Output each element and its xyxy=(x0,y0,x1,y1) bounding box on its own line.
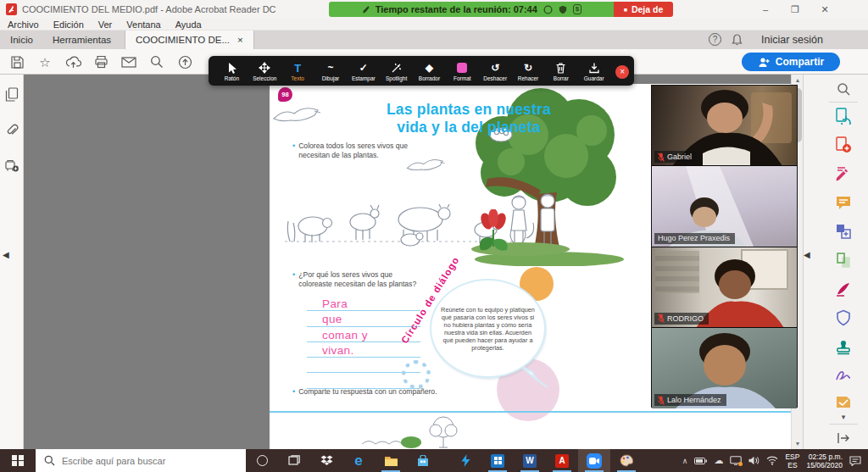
shield-icon[interactable] xyxy=(559,5,567,14)
word-icon: W xyxy=(523,454,537,468)
certificates-icon[interactable] xyxy=(834,366,853,385)
protect-shield-icon[interactable] xyxy=(834,308,853,327)
taskbar-search[interactable] xyxy=(36,449,246,472)
tool-spotlight[interactable]: Spotlight xyxy=(380,62,413,81)
onedrive-cloud-icon[interactable]: ☁ xyxy=(714,456,723,465)
edge-button[interactable]: e xyxy=(342,449,375,472)
combine-files-icon[interactable] xyxy=(834,222,853,241)
tab-document[interactable]: COOCIMIENTO DE... × xyxy=(125,31,254,49)
menu-edicion[interactable]: Edición xyxy=(53,19,84,31)
battery-icon[interactable] xyxy=(694,458,707,464)
stamps-palette-icon[interactable] xyxy=(5,159,19,172)
video-tile[interactable]: Lalo Hernández xyxy=(652,328,797,408)
record-icon[interactable] xyxy=(543,5,553,14)
save-icon[interactable] xyxy=(7,53,27,71)
share-cloud-icon[interactable] xyxy=(63,53,83,71)
annotation-close-icon[interactable]: × xyxy=(615,65,629,79)
dropbox-button[interactable] xyxy=(310,449,342,472)
stamp-tool-icon[interactable] xyxy=(834,337,853,356)
clock[interactable]: 02:25 p.m. 15/06/2020 xyxy=(806,453,843,469)
tool-dibujar[interactable]: ~ Dibujar xyxy=(314,62,348,81)
page-thumbnails-icon[interactable] xyxy=(5,87,19,102)
sign-in-button[interactable]: Iniciar sesión xyxy=(761,31,823,49)
menu-ayuda[interactable]: Ayuda xyxy=(175,19,202,31)
collapse-left-panel-icon[interactable]: ◀ xyxy=(3,250,9,259)
tab-close-icon[interactable]: × xyxy=(237,35,243,45)
display-notification-icon[interactable] xyxy=(730,456,742,465)
language-indicator[interactable]: ESP ES xyxy=(785,453,799,469)
edit-pdf-icon[interactable] xyxy=(834,164,853,183)
cortana-button[interactable] xyxy=(246,449,278,472)
video-tile[interactable]: Gabriel xyxy=(652,86,797,166)
start-button[interactable] xyxy=(0,449,36,472)
participant-name-tag: Lalo Hernández xyxy=(654,394,726,406)
handwritten-answer[interactable]: que xyxy=(307,311,420,326)
tool-borrar[interactable]: Borrar xyxy=(544,62,577,81)
app-lightning-button[interactable] xyxy=(449,449,481,472)
handwritten-answer[interactable]: vivan. xyxy=(307,342,420,358)
tab-inicio[interactable]: Inicio xyxy=(10,31,33,49)
scroll-up-icon[interactable]: ▴ xyxy=(792,76,804,84)
action-center-icon[interactable] xyxy=(849,456,861,466)
help-icon[interactable]: ? xyxy=(709,33,721,46)
wifi-icon[interactable] xyxy=(766,456,778,465)
search-tools-icon[interactable] xyxy=(834,80,853,98)
maximize-button[interactable]: ❐ xyxy=(781,0,810,19)
export-pdf-icon[interactable] xyxy=(834,107,853,125)
handwritten-answer[interactable]: Para xyxy=(307,296,420,311)
collapse-right-panel-icon[interactable]: ◀ xyxy=(804,250,810,259)
taskbar-search-input[interactable] xyxy=(62,456,223,466)
email-icon[interactable] xyxy=(119,53,139,71)
create-pdf-icon[interactable] xyxy=(834,136,853,154)
microsoft-store-button[interactable] xyxy=(407,449,439,472)
scroll-down-icon[interactable]: ▾ xyxy=(792,440,804,447)
minimize-button[interactable]: – xyxy=(751,0,780,19)
tab-herramientas[interactable]: Herramientas xyxy=(53,31,111,49)
dollar-badge-icon[interactable]: $ xyxy=(573,4,581,14)
tool-estampar[interactable]: ✓ Estampar xyxy=(347,62,380,81)
app-blue-tile-button[interactable] xyxy=(481,449,514,472)
menu-ver[interactable]: Ver xyxy=(98,19,113,31)
attachments-paperclip-icon[interactable] xyxy=(5,124,19,138)
tool-rehacer[interactable]: ↻ Rehacer xyxy=(512,62,545,81)
fill-sign-icon[interactable] xyxy=(834,280,853,298)
acrobat-button[interactable]: A xyxy=(546,449,578,472)
tray-expand-icon[interactable]: ∧ xyxy=(682,457,688,465)
file-explorer-button[interactable] xyxy=(375,449,407,472)
tool-format[interactable]: Format xyxy=(446,62,479,81)
notifications-bell-icon[interactable] xyxy=(731,33,743,47)
search-icon[interactable] xyxy=(147,53,167,71)
menu-ventana[interactable]: Ventana xyxy=(126,19,160,31)
menu-archivo[interactable]: Archivo xyxy=(8,19,39,31)
page-up-icon[interactable] xyxy=(175,53,195,71)
tool-deshacer[interactable]: ↺ Deshacer xyxy=(479,62,512,81)
tool-borrador[interactable]: ◆ Borrador xyxy=(413,62,446,81)
eraser-icon: ◆ xyxy=(426,62,433,74)
favorites-star-icon[interactable]: ☆ xyxy=(35,53,55,71)
paint-button[interactable] xyxy=(610,449,643,472)
tool-raton[interactable]: Ratón xyxy=(215,62,248,81)
participant-name-tag: RODRIGO xyxy=(654,313,709,325)
video-tile[interactable]: Hugo Perez Praxedis xyxy=(652,166,797,247)
zoom-button[interactable] xyxy=(578,449,610,472)
open-tools-pane-icon[interactable] xyxy=(834,429,853,447)
tool-seleccion[interactable]: Seleccion xyxy=(248,62,281,81)
close-button[interactable]: ✕ xyxy=(810,0,839,19)
print-icon[interactable] xyxy=(91,53,111,71)
leave-meeting-button[interactable]: ■ Deja de xyxy=(614,2,673,17)
word-button[interactable]: W xyxy=(514,449,546,472)
tool-guardar[interactable]: Guardar xyxy=(577,62,610,81)
organize-pages-icon[interactable] xyxy=(834,251,853,269)
tab-bar: Inicio Herramientas COOCIMIENTO DE... × … xyxy=(0,31,868,49)
video-tile[interactable]: RODRIGO xyxy=(652,247,797,328)
move-arrows-icon xyxy=(259,62,270,74)
comment-icon[interactable] xyxy=(834,193,853,212)
volume-icon[interactable] xyxy=(748,456,760,465)
menu-bar: Archivo Edición Ver Ventana Ayuda xyxy=(0,19,868,31)
compartir-button[interactable]: Compartir xyxy=(742,53,840,71)
decorative-blue-ring xyxy=(402,360,431,389)
dropbox-icon xyxy=(320,455,333,466)
task-view-button[interactable] xyxy=(278,449,310,472)
right-tools-panel: ▾ xyxy=(803,75,868,449)
tool-texto[interactable]: T Texto xyxy=(281,62,314,81)
